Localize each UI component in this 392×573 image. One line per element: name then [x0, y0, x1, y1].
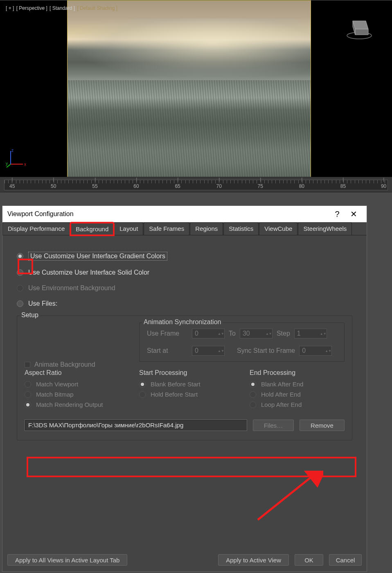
sync-start-label: Sync Start to Frame: [237, 347, 295, 354]
radio-hold-before-start[interactable]: [139, 391, 146, 398]
step-spinner[interactable]: 1▲▼: [294, 329, 327, 338]
sync-start-spinner[interactable]: 0▲▼: [299, 346, 332, 356]
viewport-3d-scene[interactable]: [67, 0, 311, 177]
radio-loop-after-end[interactable]: [250, 402, 256, 408]
help-button[interactable]: ?: [329, 206, 345, 222]
svg-text:x: x: [24, 162, 26, 167]
viewport-menu-shading[interactable]: [ Default Shading ]: [77, 5, 117, 11]
dialog-tabs: Display Performance Background Layout Sa…: [2, 222, 367, 235]
start-processing-title: Start Processing: [139, 369, 225, 377]
tab-safe-frames[interactable]: Safe Frames: [144, 222, 189, 235]
use-frame-label: Use Frame: [147, 330, 188, 337]
radio-solid-color[interactable]: [17, 269, 23, 276]
viewport-frame[interactable]: [ + ] [ Perspective ] [ Standard ] [ Def…: [0, 0, 392, 177]
viewport-config-dialog: Viewport Configuration ? ✕ Display Perfo…: [2, 205, 367, 572]
radio-environment-bg[interactable]: [17, 285, 23, 291]
radio-gradient-colors[interactable]: [17, 253, 23, 259]
viewport-menu-mode[interactable]: [ Standard ]: [50, 5, 75, 11]
viewport-menu-view[interactable]: [ Perspective ]: [16, 5, 47, 11]
radio-hold-after-end[interactable]: [250, 391, 256, 398]
viewport-label-bar[interactable]: [ + ] [ Perspective ] [ Standard ] [ Def…: [6, 5, 118, 11]
timeline-tick: 50: [51, 183, 56, 189]
blank-after-label: Blank After End: [261, 381, 303, 388]
timeline-tick: 55: [92, 183, 97, 189]
timeline-tick: 85: [340, 183, 346, 189]
svg-marker-9: [355, 29, 368, 35]
match-rendering-label: Match Rendering Output: [36, 401, 103, 408]
radio-blank-before-start[interactable]: [139, 381, 146, 388]
axis-gizmo-icon: x y z: [6, 149, 26, 169]
radio-match-bitmap[interactable]: [25, 391, 31, 398]
timeline-tick: 45: [9, 183, 15, 189]
radio-solid-label: Use Customize User Interface Solid Color: [28, 269, 149, 276]
timeline-tick: 80: [299, 183, 304, 189]
animate-background-checkbox[interactable]: [25, 362, 30, 368]
viewport-container: [ + ] [ Perspective ] [ Standard ] [ Def…: [0, 0, 392, 177]
close-button[interactable]: ✕: [345, 206, 362, 222]
start-at-label: Start at: [147, 347, 188, 354]
step-label: Step: [277, 330, 290, 337]
tab-background[interactable]: Background: [70, 223, 114, 235]
cancel-button[interactable]: Cancel: [329, 554, 362, 566]
aspect-ratio-title: Aspect Ratio: [25, 369, 115, 377]
blank-before-label: Blank Before Start: [151, 381, 201, 388]
svg-text:y: y: [6, 161, 8, 166]
tab-statistics[interactable]: Statistics: [223, 222, 259, 235]
dialog-titlebar[interactable]: Viewport Configuration ? ✕: [2, 206, 367, 222]
tab-layout[interactable]: Layout: [114, 222, 143, 235]
apply-all-views-button[interactable]: Apply to All Views in Active Layout Tab: [7, 554, 127, 566]
tab-viewcube[interactable]: ViewCube: [259, 222, 297, 235]
tab-steeringwheels[interactable]: SteeringWheels: [298, 222, 352, 235]
to-spinner[interactable]: 30▲▼: [240, 329, 273, 338]
timeline-ruler[interactable]: 45 50 55 60 65 70 75 80 85 90: [0, 177, 392, 192]
radio-files-label: Use Files:: [28, 300, 57, 307]
viewcube-icon[interactable]: [343, 13, 376, 41]
radio-match-rendering[interactable]: [25, 402, 31, 408]
end-processing-title: End Processing: [250, 369, 331, 377]
remove-button[interactable]: Remove: [300, 420, 345, 431]
files-button[interactable]: Files…: [253, 420, 294, 431]
setup-group: Setup Animation Synchronization Use Fram…: [17, 316, 352, 440]
timeline-tick: 70: [216, 183, 221, 189]
hold-before-label: Hold Before Start: [151, 391, 198, 398]
anim-sync-title: Animation Synchronization: [142, 318, 223, 326]
match-bitmap-label: Match Bitmap: [36, 391, 74, 398]
timeline-tick: 75: [258, 183, 263, 189]
hold-after-label: Hold After End: [261, 391, 301, 398]
svg-text:z: z: [11, 149, 14, 153]
dialog-title: Viewport Configuration: [7, 210, 74, 218]
file-path-input[interactable]: F:\3DS MAX\Портфолио\Горы зимние\r2bORsI…: [25, 420, 247, 431]
match-viewport-label: Match Viewport: [36, 381, 78, 388]
animate-background-label: Animate Background: [34, 361, 95, 368]
radio-gradient-label: Use Customize User Interface Gradient Co…: [28, 252, 167, 261]
tab-regions[interactable]: Regions: [190, 222, 223, 235]
timeline-tick: 90: [381, 183, 386, 189]
use-frame-spinner[interactable]: 0▲▼: [192, 329, 225, 338]
apply-active-view-button[interactable]: Apply to Active View: [218, 554, 289, 566]
tab-display-performance[interactable]: Display Performance: [2, 222, 70, 235]
anim-sync-group: Animation Synchronization Use Frame 0▲▼ …: [139, 323, 345, 362]
timeline-tick: 60: [133, 183, 139, 189]
to-label: To: [229, 330, 236, 337]
setup-group-title: Setup: [20, 311, 40, 319]
timeline-tick: 65: [175, 183, 180, 189]
radio-env-label: Use Environment Background: [28, 284, 115, 292]
viewport-menu-plus[interactable]: [ + ]: [6, 5, 14, 11]
radio-blank-after-end[interactable]: [250, 381, 256, 388]
svg-marker-7: [353, 21, 368, 29]
start-at-spinner[interactable]: 0▲▼: [192, 346, 225, 356]
loop-after-label: Loop After End: [261, 401, 302, 408]
radio-use-files[interactable]: [17, 300, 23, 307]
ok-button[interactable]: OK: [295, 554, 323, 566]
radio-match-viewport[interactable]: [25, 381, 31, 388]
